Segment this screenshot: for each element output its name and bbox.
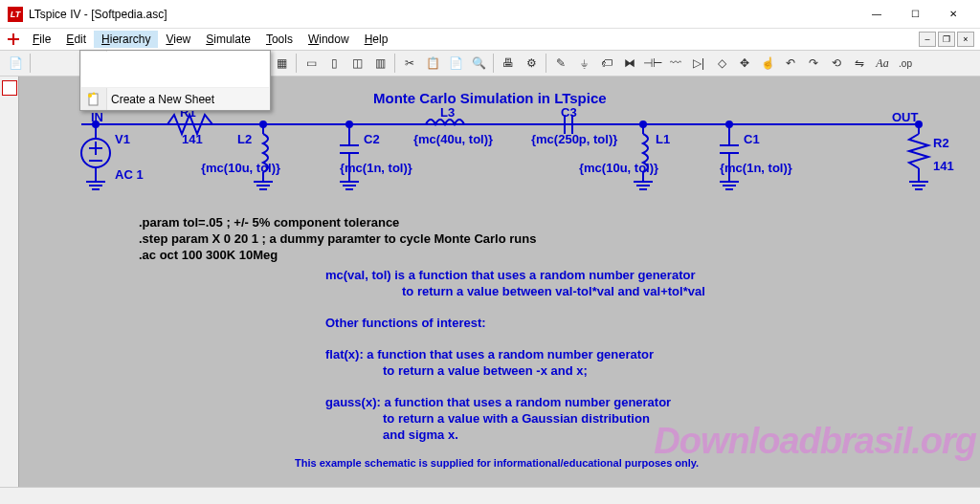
label-c2: C2 (364, 132, 380, 146)
print-icon[interactable]: 🖶 (498, 53, 519, 74)
label-l3: L3 (440, 105, 455, 120)
draw-wire-icon[interactable]: ✎ (550, 53, 571, 74)
note-mc1: mc(val, tol) is a function that uses a r… (325, 268, 695, 282)
new-sheet-icon (86, 92, 101, 107)
svg-point-30 (346, 121, 352, 127)
dropdown-blank-area (81, 52, 269, 88)
cut-icon[interactable]: ✂ (399, 53, 420, 74)
menu-tools[interactable]: Tools (258, 31, 301, 48)
menu-edit[interactable]: Edit (58, 31, 94, 48)
diode-icon[interactable]: ▷| (688, 53, 709, 74)
svg-point-3 (88, 94, 92, 98)
menu-view[interactable]: View (158, 31, 198, 48)
menu-hierarchy[interactable]: Hierarchy (94, 31, 158, 48)
drag-icon[interactable]: ☝ (757, 53, 778, 74)
label-r1-val: 141 (182, 132, 203, 146)
mdi-close[interactable]: × (957, 32, 974, 47)
label-c3-val: {mc(250p, tol)} (531, 132, 617, 146)
label-l1-val: {mc(10u, tol)} (579, 161, 658, 175)
menu-simulate[interactable]: Simulate (198, 31, 258, 48)
note-gauss2: to return a value with a Gaussian distri… (383, 411, 650, 426)
maximize-button[interactable]: ☐ (896, 2, 934, 27)
window3-icon[interactable]: ◫ (346, 53, 368, 74)
window2-icon[interactable]: ▯ (323, 53, 345, 74)
menu-window[interactable]: Window (301, 31, 357, 48)
mdi-controls: – ❐ × (917, 32, 974, 47)
close-button[interactable]: ✕ (934, 2, 972, 27)
note-flat1: flat(x): a function that uses a random n… (325, 347, 654, 362)
svg-point-31 (640, 121, 646, 127)
directive-ac: .ac oct 100 300K 10Meg (139, 248, 278, 262)
component-icon[interactable]: ◇ (711, 53, 732, 74)
menu-create-new-sheet[interactable]: Create a New Sheet (80, 89, 270, 110)
label-c1-val: {mc(1n, tol)} (720, 161, 792, 175)
schematic-menu-icon (6, 32, 21, 47)
redo-icon[interactable]: ↷ (803, 53, 824, 74)
capacitor-icon[interactable]: ⊣⊢ (642, 53, 663, 74)
label-l3-val: {mc(40u, tol)} (413, 132, 493, 146)
label-c3: C3 (561, 105, 577, 120)
window-title: LTspice IV - [Softpedia.asc] (29, 8, 167, 21)
label-icon[interactable]: 🏷 (596, 53, 617, 74)
label-r2-val: 141 (933, 159, 954, 173)
directive-param: .param tol=.05 ; +/- 5% component tolera… (139, 215, 399, 230)
mdi-minimize[interactable]: – (919, 32, 936, 47)
setup-icon[interactable]: ⚙ (521, 53, 542, 74)
label-l2: L2 (237, 132, 252, 146)
label-c2-val: {mc(1n, tol)} (340, 161, 412, 175)
statusbar (0, 487, 980, 504)
window4-icon[interactable]: ▥ (369, 53, 390, 74)
note-other: Other functions of interest: (325, 316, 486, 330)
menu-file[interactable]: File (25, 31, 58, 48)
move-icon[interactable]: ✥ (734, 53, 755, 74)
undo-icon[interactable]: ↶ (780, 53, 801, 74)
svg-point-29 (260, 121, 266, 127)
note-mc2: to return a value between val-tol*val an… (402, 284, 705, 298)
menubar: File Edit Hierarchy View Simulate Tools … (0, 29, 980, 50)
find-icon[interactable]: 🔍 (468, 53, 489, 74)
hierarchy-dropdown: Create a New Sheet (79, 50, 271, 111)
label-c1: C1 (744, 132, 760, 146)
label-v1-val: AC 1 (115, 167, 144, 182)
label-l1: L1 (656, 132, 670, 146)
new-icon[interactable]: 📄 (5, 53, 26, 74)
ground-icon[interactable]: ⏚ (573, 53, 594, 74)
window1-icon[interactable]: ▭ (301, 53, 322, 74)
svg-point-32 (726, 121, 732, 127)
label-in: IN (91, 110, 103, 124)
resistor-icon[interactable]: ⧓ (619, 53, 640, 74)
note-gauss3: and sigma x. (383, 427, 458, 442)
create-sheet-label: Create a New Sheet (111, 93, 214, 106)
label-r2: R2 (933, 136, 949, 150)
mdi-restore[interactable]: ❐ (938, 32, 955, 47)
directive-step: .step param X 0 20 1 ; a dummy paramter … (139, 231, 536, 246)
titlebar: LT LTspice IV - [Softpedia.asc] — ☐ ✕ (0, 0, 980, 29)
label-v1: V1 (115, 132, 130, 146)
minimize-button[interactable]: — (858, 2, 896, 27)
label-l2-val: {mc(10u, tol)} (201, 161, 280, 175)
window-controls: — ☐ ✕ (858, 2, 972, 27)
paste-icon[interactable]: 📄 (445, 53, 466, 74)
svg-rect-1 (12, 33, 14, 45)
copy-icon[interactable]: 📋 (422, 53, 443, 74)
menu-help[interactable]: Help (357, 31, 396, 48)
note-footer: This example schematic is supplied for i… (295, 457, 699, 469)
note-flat2: to return a value between -x and x; (383, 363, 588, 378)
rotate-icon[interactable]: ⟲ (826, 53, 847, 74)
tile-icon[interactable]: ▦ (271, 53, 292, 74)
note-gauss1: gauss(x): a function that uses a random … (325, 395, 671, 409)
label-out: OUT (892, 110, 918, 124)
app-icon: LT (8, 7, 23, 22)
spice-directive-icon[interactable]: .op (895, 53, 916, 74)
schematic-canvas[interactable]: Monte Carlo Simulation in LTspice (0, 77, 980, 487)
text-icon[interactable]: Aa (872, 53, 893, 74)
inductor-icon[interactable]: 〰 (665, 53, 686, 74)
mirror-icon[interactable]: ⇋ (849, 53, 870, 74)
